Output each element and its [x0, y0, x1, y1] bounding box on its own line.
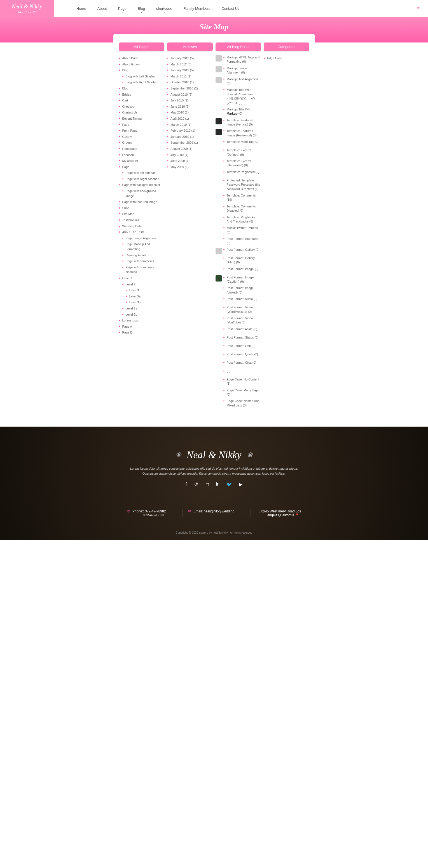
page-link[interactable]: Page B	[119, 330, 165, 336]
page-link[interactable]: Groom	[119, 140, 165, 146]
page-link[interactable]: Front Page	[119, 128, 165, 134]
blog-post-item[interactable]: Edge Case: Many Tags (0)	[216, 388, 261, 397]
archive-link[interactable]: January 2010 (1)	[167, 134, 213, 140]
blog-post-item[interactable]: Template: Comments (19)	[216, 193, 261, 202]
blog-post-item[interactable]: Post Format: Video (WordPress.tv) (0)	[216, 305, 261, 314]
page-link[interactable]: Page	[119, 164, 165, 170]
blog-post-item[interactable]: Post Format: Gallery (Tiled) (0)	[216, 256, 261, 265]
blog-post-item[interactable]: Edge Case: Nested And Mixed Lists (0)	[216, 399, 261, 408]
archive-link[interactable]: January 2013 (5)	[167, 55, 213, 62]
page-link[interactable]: Gallery	[119, 134, 165, 140]
blog-post-item[interactable]: Post Format: Chat (0)	[216, 361, 261, 367]
blog-post-item[interactable]: Markup: Text Alignment (0)	[216, 77, 261, 86]
blog-post-item[interactable]: Post Format: Gallery (0)	[216, 248, 261, 254]
blog-post-item[interactable]: Media: Twitter Embeds (0)	[216, 226, 261, 235]
page-link[interactable]: Shop	[119, 205, 165, 211]
nav-item[interactable]: Page	[118, 6, 126, 11]
archive-link[interactable]: February 2010 (1)	[167, 128, 213, 134]
blog-post-item[interactable]: Post Format: Image (Linked) (0)	[216, 286, 261, 294]
archive-link[interactable]: August 2010 (3)	[167, 92, 213, 98]
nav-item[interactable]: About	[97, 6, 107, 11]
blog-post-item[interactable]: Markup: Image Alignment (0)	[216, 66, 261, 75]
page-link[interactable]: Page with left sidebar	[122, 170, 165, 176]
archive-link[interactable]: May 2009 (1)	[167, 164, 213, 170]
archive-link[interactable]: April 2010 (1)	[167, 116, 213, 122]
blog-post-item[interactable]: Protected: Template: Password Protected …	[216, 178, 261, 191]
archive-link[interactable]: March 2012 (5)	[167, 62, 213, 68]
page-link[interactable]: Level 3b	[126, 300, 165, 306]
page-link[interactable]: My account	[119, 158, 165, 164]
archive-link[interactable]: June 2009 (1)	[167, 158, 213, 164]
page-link[interactable]: Homepage	[119, 146, 165, 152]
page-link[interactable]: Level 3a	[126, 293, 165, 300]
blog-post-item[interactable]: Template: More Tag (0)	[216, 140, 261, 146]
page-link[interactable]: Contact Us	[119, 110, 165, 116]
blog-post-item[interactable]: Post Format: Link (0)	[216, 344, 261, 350]
blog-post-item[interactable]: Post Format: Standard (0)	[216, 237, 261, 245]
blog-post-item[interactable]: Post Format: Quote (0)	[216, 352, 261, 359]
page-link[interactable]: Faqs	[119, 122, 165, 128]
page-link[interactable]: Testimonials	[119, 217, 165, 223]
blog-post-item[interactable]: Template: Featured Image (Vertical) (0)	[216, 118, 261, 127]
archive-link[interactable]: September 2010 (2)	[167, 86, 213, 92]
archive-link[interactable]: May 2010 (1)	[167, 110, 213, 116]
page-link[interactable]: Page A	[119, 324, 165, 330]
page-link[interactable]: Site Map	[119, 211, 165, 217]
archive-link[interactable]: January 2012 (5)	[167, 67, 213, 73]
page-link[interactable]: Page with comments disabled	[122, 265, 165, 275]
page-link[interactable]: Cart	[119, 98, 165, 104]
page-link[interactable]: Page with background color	[119, 182, 165, 188]
page-link[interactable]: Level 2a	[122, 306, 165, 312]
blog-post-item[interactable]: Post Format: Status (0)	[216, 336, 261, 342]
page-link[interactable]: Level 2b	[122, 312, 165, 318]
youtube-icon[interactable]: ▶	[239, 482, 242, 487]
blog-post-item[interactable]: Template: Paginated (0)	[216, 170, 261, 176]
archive-link[interactable]: September 2009 (1)	[167, 140, 213, 146]
facebook-icon[interactable]: f	[186, 482, 187, 487]
blog-post-item[interactable]: Template: Pingbacks And Trackbacks (5)	[216, 215, 261, 224]
category-link[interactable]: Edge Case	[264, 55, 309, 62]
page-link[interactable]: About The Tests	[119, 229, 165, 236]
page-link[interactable]: Page Markup And Formatting	[122, 241, 165, 252]
page-link[interactable]: Lorem Ipsum	[119, 317, 165, 324]
menu-icon[interactable]: ≡	[417, 6, 420, 11]
page-link[interactable]: Eevent Timing	[119, 116, 165, 122]
nav-item[interactable]: Contact Us	[221, 6, 239, 11]
pinterest-icon[interactable]: ℗	[194, 482, 198, 487]
page-link[interactable]: Blog with Right Sidebar	[122, 80, 165, 86]
blog-post-item[interactable]: Template: Excerpt (Generated) (0)	[216, 159, 261, 168]
page-link[interactable]: About Groom	[119, 62, 165, 68]
blog-post-item[interactable]: Template: Excerpt (Defined) (0)	[216, 148, 261, 157]
blog-post-item[interactable]: Post Format: Video (YouTube) (0)	[216, 316, 261, 325]
blog-post-item[interactable]: Markup: Title With Markup (0)	[216, 107, 261, 116]
page-link[interactable]: Level 1	[119, 275, 165, 281]
nav-item[interactable]: Family Members	[183, 6, 210, 11]
twitter-icon[interactable]: 🐦	[226, 482, 232, 487]
linkedin-icon[interactable]: in	[216, 482, 220, 487]
page-link[interactable]: Wedding Date	[119, 223, 165, 229]
page-link[interactable]: Page with featured image	[119, 199, 165, 205]
blog-post-item[interactable]: Post Format: Audio (0)	[216, 297, 261, 303]
nav-item[interactable]: shortcode	[156, 6, 172, 11]
page-link[interactable]: Clearing Floats	[122, 252, 165, 258]
page-link[interactable]: About Bride	[119, 55, 165, 62]
page-link[interactable]: Page with Right Sidebar	[122, 176, 165, 182]
instagram-icon[interactable]: ◻	[205, 482, 209, 487]
page-link[interactable]: Location	[119, 152, 165, 158]
blog-post-item[interactable]: Template: Comments Disabled (0)	[216, 204, 261, 213]
page-link[interactable]: Page with comments	[122, 258, 165, 265]
page-link[interactable]: Blog with Left Sidebar	[122, 73, 165, 80]
page-link[interactable]: Checkout	[119, 104, 165, 110]
blog-post-item[interactable]: Markup: HTML Tags and Formatting (0)	[216, 55, 261, 64]
nav-item[interactable]: Home	[77, 6, 86, 11]
archive-link[interactable]: October 2010 (1)	[167, 80, 213, 86]
page-link[interactable]: Page Image Alignment	[122, 236, 165, 242]
page-link[interactable]: Level 2	[122, 281, 165, 288]
blog-post-item[interactable]: (0)	[216, 369, 261, 375]
page-link[interactable]: Level 3	[126, 287, 165, 293]
archive-link[interactable]: August 2009 (1)	[167, 146, 213, 152]
blog-post-item[interactable]: Template: Featured Image (Horizontal) (0…	[216, 129, 261, 137]
blog-post-item[interactable]: Post Format: Image (Caption) (0)	[216, 275, 261, 284]
archive-link[interactable]: July 2010 (1)	[167, 98, 213, 104]
blog-post-item[interactable]: Edge Case: No Content (1)	[216, 377, 261, 386]
